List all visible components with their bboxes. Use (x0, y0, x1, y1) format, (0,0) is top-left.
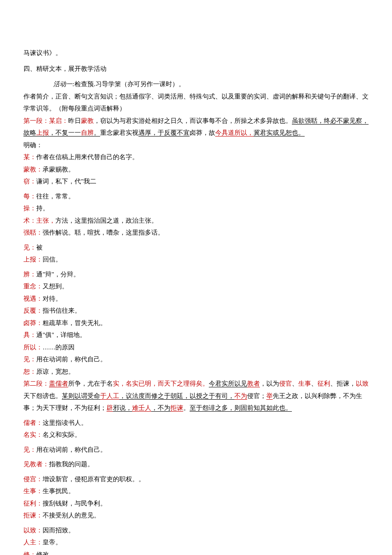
vocab-item: 见：用在动词前，称代自己。 (23, 353, 369, 366)
t: 某启： (49, 117, 68, 124)
vocab-item: 某：作者在信稿上用来代替自己的名字。 (23, 151, 369, 163)
vocab-item: 具：通"俱"，详细地。 (23, 329, 369, 341)
activity-text: 检查预.习导学篥（亦可另作一课时）。 (75, 81, 185, 87)
mingque-label: 明确： (23, 139, 369, 151)
vocab-item: 名实：名义和实际。 (23, 429, 369, 441)
vocab-item: 所以：……的原因 (23, 341, 369, 354)
vocab-item: 见：用在动词前，称代自己。 (23, 444, 369, 456)
vocab-item: 侵宫：增设新官，侵犯原有官吏的职权。。 (23, 473, 369, 485)
t: ，窃以为与君实游处相好之日久，而议事每不合，所操之术多异故也。 (94, 117, 292, 124)
para1-label: 第一段： (23, 117, 49, 124)
vocab-item: 修：修改。 (23, 549, 369, 555)
vocab-item: 恕：原谅，宽恕。 (23, 366, 369, 378)
fragment-line: 马谏议书》。 (23, 47, 369, 59)
intro-paragraph: 作者简介，正音、断句文言知识；包括通假字、词类活用、特殊句式、以及重要的实词、虚… (23, 90, 369, 115)
vocab-item: 操：持。 (23, 202, 369, 215)
paragraph-2: 第二段：盖儒者所争，尤在于名实，名实已明，而天下之理得矣。今君实所以见教者，以为… (23, 378, 369, 414)
document-page: 马谏议书》。 四、精研文本，展开教学活动 活动一:检查预.习导学篥（亦可另作一课… (0, 0, 392, 555)
vocab-item: 蒙教：承蒙赐教。 (23, 163, 369, 176)
t: 冀君实或见恕也。 (254, 129, 305, 136)
vocab-item: 上报：回信。 (23, 253, 369, 266)
t: 卤莽，故 (190, 129, 215, 136)
activity-1: 活动一:检查预.习导学篥（亦可另作一课时）。 (23, 78, 369, 90)
vocab-item: 拒谏：不接受别人的意见。 (23, 509, 369, 522)
vocab-item: 儒者：这里指读书人。 (23, 417, 369, 429)
vocab-item: 人主：皇帝。 (23, 536, 369, 549)
t: 昨日 (68, 117, 81, 124)
vocab-item: 重念：又想到。 (23, 280, 369, 293)
activity-label: 活动一: (53, 81, 75, 87)
paragraph-1: 第一段：某启：昨日蒙教，窃以为与君实游处相好之日久，而议事每不合，所操之术多异故… (23, 115, 369, 139)
vocab-item: 生事：生事扰民。 (23, 485, 369, 497)
vocab-item: 每：往往，常常。 (23, 190, 369, 203)
section-heading-4: 四、精研文本，展开教学活动 (23, 63, 369, 75)
vocab-item: 窃：谦词，私下，代"我二 (23, 175, 369, 188)
vocab-item: 反覆：指书信往来。 (23, 305, 369, 317)
vocab-item: 见：被 (23, 241, 369, 254)
t: 重念蒙君实视 (100, 129, 138, 136)
vocab-item: 强聒：强作解说。聒，喧扰，嘈杂，这里指多话。 (23, 227, 369, 239)
vocab-item: 视遇：对待。 (23, 293, 369, 305)
t: 遇厚，于反覆不宜 (138, 129, 190, 136)
vocab-item: 以致：因而招致。 (23, 524, 369, 537)
t: 今具道所以， (215, 129, 254, 136)
t: 蒙教 (81, 117, 94, 124)
vocab-item: 征利：搜刮钱财，与民争利。 (23, 497, 369, 510)
vocab-item: 卤莽：粗疏草率，冒失无礼。 (23, 317, 369, 329)
para2-label: 第二段： (23, 380, 49, 387)
vocab-item-shu: 术：主张，方法，这里指治国之道，政治主张。 (23, 215, 369, 227)
vocab-item: 辨：通"辩"，分辩。 (23, 268, 369, 281)
vocab-item: 见教者：指教我的问题。 (23, 458, 369, 471)
